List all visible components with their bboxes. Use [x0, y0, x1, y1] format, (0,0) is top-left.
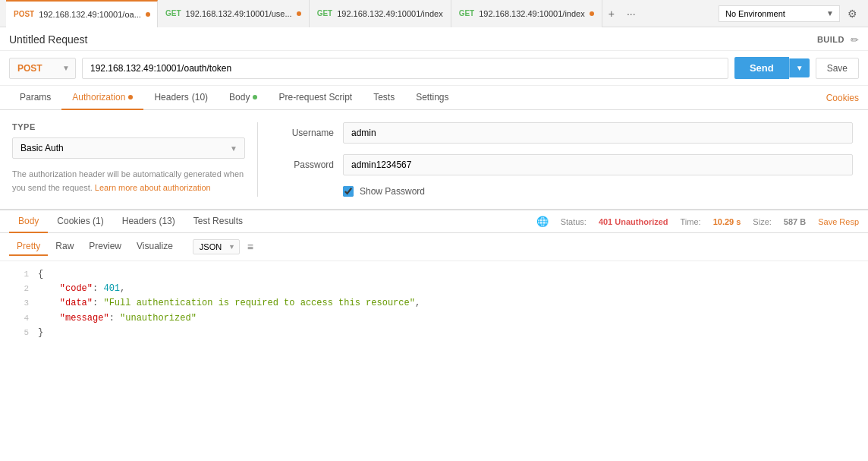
size-value: 587 B [784, 217, 806, 226]
code-line-1: 1 { [0, 267, 868, 282]
title-bar-actions: BUILD ✏ [817, 34, 859, 46]
more-tabs-button[interactable]: ··· [624, 6, 639, 21]
username-label: Username [273, 128, 334, 138]
method-get-4: GET [459, 9, 475, 17]
method-select-wrap: POST GET PUT DELETE PATCH ▼ [9, 58, 76, 79]
format-select[interactable]: JSON XML HTML Text [193, 239, 240, 254]
password-label: Password [273, 159, 334, 170]
response-tab-test-results[interactable]: Test Results [184, 210, 252, 233]
code-line-5: 5 } [0, 326, 868, 340]
environment-settings-button[interactable]: ⚙ [843, 6, 862, 21]
environment-dropdown[interactable]: No Environment [719, 5, 840, 22]
url-bar: POST GET PUT DELETE PATCH ▼ Send ▼ Save [0, 51, 868, 86]
send-dropdown-button[interactable]: ▼ [789, 58, 810, 77]
fmt-tab-raw[interactable]: Raw [48, 238, 81, 256]
auth-left-panel: TYPE Basic Auth No Auth API Key Bearer T… [0, 122, 258, 197]
status-label: Status: [561, 217, 587, 226]
tab-authorization-dot [128, 95, 133, 99]
password-row: Password [273, 154, 853, 175]
tab-body[interactable]: Body [219, 86, 268, 110]
tab-url-3: 192.168.132.49:10001/index [337, 9, 442, 18]
method-get-2: GET [165, 9, 181, 17]
page-title: Untitled Request [9, 33, 88, 46]
globe-icon: 🌐 [536, 216, 549, 227]
tab-body-dot [253, 95, 257, 99]
auth-right-panel: Username Password Show Password [258, 122, 868, 197]
tab-settings-label: Settings [416, 92, 448, 103]
env-area: No Environment ▼ [719, 5, 840, 22]
build-button[interactable]: BUILD [817, 35, 844, 44]
method-select[interactable]: POST GET PUT DELETE PATCH [9, 58, 76, 79]
request-tab-2[interactable]: GET 192.168.132.49:10001/use... [158, 0, 310, 27]
response-tab-cookies[interactable]: Cookies (1) [48, 210, 112, 233]
fmt-tab-visualize[interactable]: Visualize [129, 238, 181, 256]
auth-section: TYPE Basic Auth No Auth API Key Bearer T… [0, 110, 868, 210]
response-tabs: Body Cookies (1) Headers (13) Test Resul… [0, 210, 868, 233]
username-row: Username [273, 122, 853, 144]
request-tab-1[interactable]: POST 192.168.132.49:10001/oa... [6, 0, 158, 27]
code-line-2: 2 "code": 401, [0, 282, 868, 296]
time-value: 10.29 s [713, 217, 741, 226]
environment-selector: No Environment ▼ ⚙ [719, 5, 862, 22]
response-meta: 🌐 Status: 401 Unauthorized Time: 10.29 s… [536, 216, 859, 227]
show-password-label: Show Password [360, 186, 425, 197]
tab-headers-label: Headers [154, 92, 188, 103]
tab-dot-4 [590, 11, 594, 16]
time-label: Time: [681, 217, 701, 226]
method-post-1: POST [14, 10, 34, 18]
tab-dot-2 [297, 11, 301, 16]
size-label: Size: [753, 217, 771, 226]
auth-type-select[interactable]: Basic Auth No Auth API Key Bearer Token … [12, 137, 245, 159]
status-value: 401 Unauthorized [599, 217, 668, 226]
edit-icon[interactable]: ✏ [851, 34, 859, 46]
tab-authorization[interactable]: Authorization [61, 86, 143, 110]
send-btn-wrap: Send ▼ [734, 57, 810, 79]
response-body-code: 1 { 2 "code": 401, 3 "data": "Full authe… [0, 261, 868, 346]
tab-url-4: 192.168.132.49:10001/index [479, 9, 584, 18]
tab-pre-request[interactable]: Pre-request Script [268, 86, 363, 110]
tab-authorization-label: Authorization [72, 92, 125, 103]
learn-more-link[interactable]: Learn more about authorization [95, 183, 211, 192]
username-input[interactable] [343, 122, 853, 144]
tab-tests[interactable]: Tests [363, 86, 405, 110]
format-select-wrap: JSON XML HTML Text ▼ [193, 239, 240, 254]
tab-params[interactable]: Params [9, 86, 61, 110]
request-tab-3[interactable]: GET 192.168.132.49:10001/index [310, 0, 451, 27]
new-tab-button[interactable]: + [605, 6, 618, 21]
code-line-3: 3 "data": "Full authentication is requir… [0, 296, 868, 311]
show-password-checkbox[interactable] [343, 186, 354, 197]
filter-button[interactable]: ≡ [247, 241, 253, 253]
auth-description: The authorization header will be automat… [12, 168, 245, 194]
fmt-tab-pretty[interactable]: Pretty [9, 238, 48, 256]
cookies-link[interactable]: Cookies [826, 93, 859, 103]
fmt-tab-preview[interactable]: Preview [81, 238, 129, 256]
format-bar: Pretty Raw Preview Visualize JSON XML HT… [0, 233, 868, 261]
tab-settings[interactable]: Settings [405, 86, 459, 110]
tab-pre-request-label: Pre-request Script [278, 92, 352, 103]
auth-type-label: TYPE [12, 122, 245, 131]
tab-url-2: 192.168.132.49:10001/use... [186, 9, 292, 18]
save-button[interactable]: Save [816, 58, 859, 79]
url-input[interactable] [82, 58, 728, 79]
tab-params-label: Params [20, 92, 51, 103]
tab-headers-badge: (10) [192, 92, 208, 103]
auth-type-select-wrap: Basic Auth No Auth API Key Bearer Token … [12, 137, 245, 159]
tab-url-1: 192.168.132.49:10001/oa... [39, 10, 141, 19]
tab-bar: POST 192.168.132.49:10001/oa... GET 192.… [0, 0, 868, 27]
nav-tabs: Params Authorization Headers (10) Body P… [0, 86, 868, 110]
response-area: Body Cookies (1) Headers (13) Test Resul… [0, 210, 868, 346]
tab-actions: + ··· [605, 6, 639, 21]
tab-tests-label: Tests [373, 92, 395, 103]
title-bar: Untitled Request BUILD ✏ [0, 27, 868, 51]
send-button[interactable]: Send [734, 57, 789, 79]
method-get-3: GET [317, 9, 333, 17]
request-tab-4[interactable]: GET 192.168.132.49:10001/index [451, 0, 602, 27]
tab-body-label: Body [229, 92, 250, 103]
response-tab-body[interactable]: Body [9, 210, 48, 233]
tab-headers[interactable]: Headers (10) [143, 86, 219, 110]
password-input[interactable] [343, 154, 853, 175]
code-line-4: 4 "message": "unauthorized" [0, 311, 868, 326]
show-password-row: Show Password [343, 186, 853, 197]
save-response-button[interactable]: Save Resp [818, 217, 859, 226]
response-tab-headers[interactable]: Headers (13) [113, 210, 184, 233]
